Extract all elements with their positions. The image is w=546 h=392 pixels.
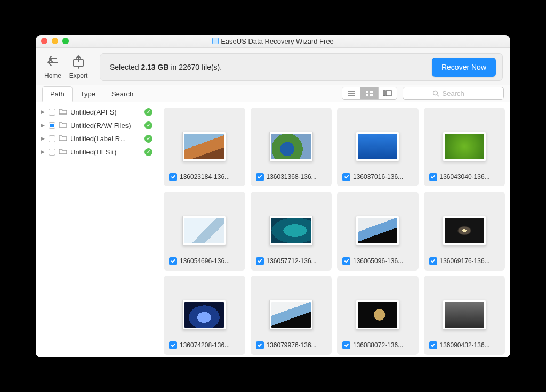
search-icon [432,90,439,97]
svg-point-7 [433,91,437,95]
sidebar-item-label: Untitled(APFS) [70,108,141,116]
folder-icon [59,121,67,129]
disclosure-triangle-icon[interactable]: ▶ [41,109,45,115]
sidebar-item[interactable]: ▶Untitled(HFS+)✓ [39,145,155,159]
file-card[interactable]: 136037016-136... [337,108,419,186]
file-checkbox[interactable] [169,341,177,349]
file-name: 136079976-136... [267,341,317,349]
file-checkbox[interactable] [429,341,437,349]
folder-icon [59,135,67,143]
file-name: 136043040-136... [440,173,490,181]
file-checkbox[interactable] [342,341,350,349]
disclosure-triangle-icon[interactable]: ▶ [41,136,45,141]
view-columns-button[interactable] [379,87,397,99]
sidebar-checkbox[interactable] [49,109,55,116]
back-arrow-icon [43,55,62,70]
export-icon [69,55,88,70]
sidebar-item-label: Untitled(Label R... [70,135,141,143]
app-window: EaseUS Data Recovery Wizard Free Home Ex… [36,35,510,357]
file-checkbox[interactable] [169,257,177,265]
file-card[interactable]: 136043040-136... [424,108,505,186]
disclosure-triangle-icon[interactable]: ▶ [41,149,45,154]
window-title: EaseUS Data Recovery Wizard Free [36,37,510,45]
tab-search[interactable]: Search [103,86,141,102]
folder-icon [59,148,67,156]
app-icon [212,38,219,44]
scan-complete-icon: ✓ [144,121,152,129]
file-card[interactable]: 136074208-136... [164,276,245,355]
svg-rect-2 [370,91,373,93]
recover-now-button[interactable]: Recover Now [432,58,496,77]
sidebar-checkbox[interactable] [49,122,55,129]
view-list-button[interactable] [342,87,360,99]
file-name: 136054696-136... [180,257,230,265]
file-card[interactable]: 136088072-136... [337,276,419,355]
folder-icon [59,108,67,116]
scan-complete-icon: ✓ [144,135,152,143]
file-name: 136090432-136... [440,341,490,349]
sidebar-checkbox[interactable] [49,149,55,156]
thumbnail [443,300,486,330]
file-card[interactable]: 136090432-136... [424,276,505,355]
filter-tabs: Path Type Search [42,86,141,101]
file-checkbox[interactable] [256,341,264,349]
home-label: Home [44,72,61,79]
sidebar-item[interactable]: ▶Untitled(RAW Files)✓ [39,119,155,132]
file-card[interactable]: 136079976-136... [251,276,332,355]
tab-path[interactable]: Path [42,86,73,102]
svg-rect-1 [366,91,368,93]
top-toolbar: Home Export Selected 2.13 GB in 22670 fi… [36,48,510,85]
file-card[interactable]: 136054696-136... [164,192,245,271]
thumbnail [356,300,399,330]
sidebar: ▶Untitled(APFS)✓▶Untitled(RAW Files)✓▶Un… [36,102,158,357]
thumbnail [269,216,313,246]
search-input[interactable] [443,89,475,97]
file-checkbox[interactable] [342,173,350,181]
thumbnail [356,216,399,246]
file-grid: 136023184-136...136031368-136...13603701… [158,102,510,357]
sidebar-item-label: Untitled(RAW Files) [70,121,141,129]
scan-complete-icon: ✓ [144,108,152,116]
file-card[interactable]: 136057712-136... [251,192,332,271]
svg-rect-3 [366,94,368,96]
filter-row: Path Type Search [36,85,510,102]
sidebar-item[interactable]: ▶Untitled(APFS)✓ [39,105,155,119]
file-card[interactable]: 136065096-136... [337,192,419,271]
thumbnail [182,216,226,246]
file-checkbox[interactable] [169,173,177,181]
file-name: 136023184-136... [180,173,230,181]
file-checkbox[interactable] [429,257,437,265]
thumbnail [443,216,486,246]
sidebar-item[interactable]: ▶Untitled(Label R...✓ [39,132,155,145]
file-checkbox[interactable] [256,257,264,265]
file-name: 136037016-136... [353,173,403,181]
file-name: 136031368-136... [267,173,317,181]
titlebar: EaseUS Data Recovery Wizard Free [36,35,510,48]
search-field[interactable] [403,87,504,100]
file-card[interactable]: 136069176-136... [424,192,505,271]
file-name: 136088072-136... [353,341,403,349]
thumbnail [182,300,226,330]
thumbnail [443,132,486,161]
file-checkbox[interactable] [342,257,350,265]
file-checkbox[interactable] [256,173,264,181]
file-name: 136057712-136... [267,257,317,265]
sidebar-item-label: Untitled(HFS+) [70,148,141,156]
export-button[interactable]: Export [69,55,88,79]
file-name: 136069176-136... [440,257,490,265]
file-card[interactable]: 136031368-136... [251,108,332,186]
file-checkbox[interactable] [429,173,437,181]
selection-status-bar: Selected 2.13 GB in 22670 file(s). Recov… [100,53,503,81]
view-grid-button[interactable] [360,87,379,99]
sidebar-checkbox[interactable] [49,135,55,142]
export-label: Export [69,72,88,79]
disclosure-triangle-icon[interactable]: ▶ [41,123,45,128]
thumbnail [269,300,313,330]
svg-rect-4 [370,94,373,96]
tab-type[interactable]: Type [73,86,103,102]
home-button[interactable]: Home [43,55,62,79]
file-card[interactable]: 136023184-136... [164,108,245,186]
thumbnail [182,132,226,161]
svg-rect-6 [386,91,391,96]
file-name: 136074208-136... [180,341,230,349]
